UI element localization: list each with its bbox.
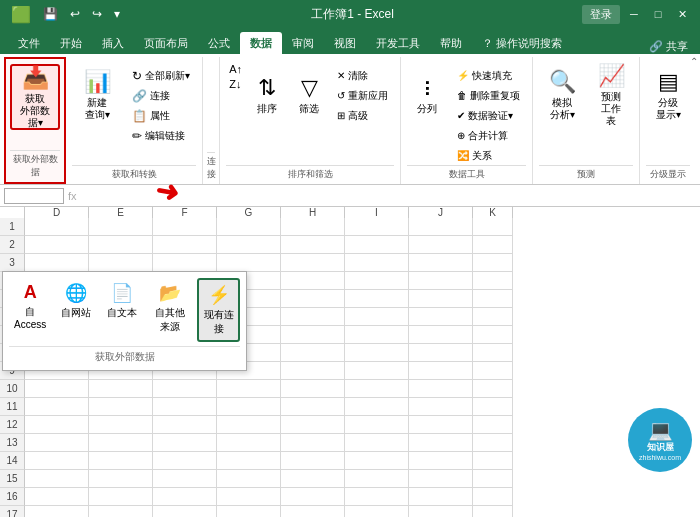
forecast-button[interactable]: 📈 预测工作表 [589, 62, 633, 128]
table-row: 13 [0, 434, 700, 452]
remove-dup-button[interactable]: 🗑删除重复项 [451, 86, 526, 105]
cell-1H[interactable] [281, 218, 345, 236]
ribbon-content: 📥 获取外部数据▾ 获取外部数据 📊 新建查询▾ ↻全部刷新▾ 🔗连接 📋属性 … [0, 54, 700, 185]
login-button[interactable]: 登录 [582, 5, 620, 24]
watermark-url: zhishiwu.com [639, 454, 681, 462]
flash-fill-icon: ⚡ [457, 70, 469, 81]
group-get-transform: 📊 新建查询▾ ↻全部刷新▾ 🔗连接 📋属性 ✏编辑链接 获取和转换 [66, 57, 203, 184]
group-data-tools-label: 数据工具 [407, 165, 526, 182]
refresh-all-button[interactable]: ↻全部刷新▾ [126, 66, 196, 85]
cell-1J[interactable] [409, 218, 473, 236]
tab-pagelayout[interactable]: 页面布局 [134, 32, 198, 54]
maximize-button[interactable]: □ [648, 4, 668, 24]
col-header-E[interactable]: E [89, 207, 153, 218]
row-num-2: 2 [0, 236, 25, 254]
minimize-button[interactable]: ─ [624, 4, 644, 24]
advanced-icon: ⊞ [337, 110, 345, 121]
col-header-K[interactable]: K [473, 207, 513, 218]
formula-bar: fx [0, 185, 700, 207]
close-button[interactable]: ✕ [672, 4, 692, 24]
tab-developer[interactable]: 开发工具 [366, 32, 430, 54]
whatif-icon: 🔍 [549, 69, 576, 95]
group-outline: ▤ 分级显示▾ 分级显示 [640, 57, 696, 184]
qat-redo[interactable]: ↪ [89, 5, 105, 23]
sort-icon: ⇅ [258, 75, 276, 101]
ribbon-collapse-button[interactable]: ⌃ [690, 56, 698, 67]
from-text-item[interactable]: 📄 自文本 [101, 278, 143, 324]
from-access-item[interactable]: A 自 Access [9, 278, 51, 334]
group-sort-filter: A↑ Z↓ ⇅ 排序 ▽ 筛选 ✕清除 ↺重新应用 ⊞高级 排序和筛选 [220, 57, 401, 184]
access-icon: A [24, 282, 37, 303]
edit-links-button[interactable]: ✏编辑链接 [126, 126, 196, 145]
get-external-data-button[interactable]: 📥 获取外部数据▾ [10, 64, 60, 130]
group-connections-spacer: 连接 [203, 57, 220, 184]
reapply-button[interactable]: ↺重新应用 [331, 86, 394, 105]
clear-button[interactable]: ✕清除 [331, 66, 394, 85]
existing-conn-item[interactable]: ⚡ 现有连接 [197, 278, 240, 342]
consolidate-button[interactable]: ⊕合并计算 [451, 126, 526, 145]
qat-more[interactable]: ▾ [111, 5, 123, 23]
name-box[interactable] [4, 188, 64, 204]
forecast-icon: 📈 [598, 63, 625, 89]
tab-help[interactable]: 帮助 [430, 32, 472, 54]
col-header-F[interactable]: F [153, 207, 217, 218]
col-header-J[interactable]: J [409, 207, 473, 218]
tab-data[interactable]: 数据 [240, 32, 282, 54]
split-col-button[interactable]: ⫶ 分列 [407, 62, 447, 128]
excel-icon: 🟩 [8, 3, 34, 26]
clear-icon: ✕ [337, 70, 345, 81]
consolidate-icon: ⊕ [457, 130, 465, 141]
cell-1F[interactable] [153, 218, 217, 236]
title-bar-left: 🟩 💾 ↩ ↪ ▾ [8, 3, 123, 26]
relationships-button[interactable]: 🔀关系 [451, 146, 526, 165]
dropdown-group-label: 获取外部数据 [9, 346, 240, 364]
new-query-button[interactable]: 📊 新建查询▾ [72, 62, 122, 128]
group-outline-label: 分级显示 [646, 165, 690, 182]
watermark-text: 知识屋 [647, 442, 674, 454]
cell-1K[interactable] [473, 218, 513, 236]
tab-formulas[interactable]: 公式 [198, 32, 240, 54]
table-row: 2 [0, 236, 700, 254]
advanced-button[interactable]: ⊞高级 [331, 106, 394, 125]
from-web-item[interactable]: 🌐 自网站 [55, 278, 97, 324]
tab-view[interactable]: 视图 [324, 32, 366, 54]
other-source-icon: 📂 [159, 282, 181, 304]
whatif-button[interactable]: 🔍 模拟分析▾ [539, 62, 585, 128]
tab-home[interactable]: 开始 [50, 32, 92, 54]
table-row: 3 [0, 254, 700, 272]
table-row: 12 [0, 416, 700, 434]
window-title: 工作簿1 - Excel [123, 6, 582, 23]
validate-button[interactable]: ✔数据验证▾ [451, 106, 526, 125]
group-forecast: 🔍 模拟分析▾ 📈 预测工作表 预测 [533, 57, 640, 184]
formula-input[interactable] [81, 190, 696, 202]
cell-1E[interactable] [89, 218, 153, 236]
qat-save[interactable]: 💾 [40, 5, 61, 23]
from-other-item[interactable]: 📂 自其他来源 [147, 278, 193, 338]
share-button[interactable]: 🔗 共享 [649, 39, 688, 54]
col-header-H[interactable]: H [281, 207, 345, 218]
tab-file[interactable]: 文件 [8, 32, 50, 54]
tab-review[interactable]: 审阅 [282, 32, 324, 54]
group-get-external-label: 获取外部数据 [10, 150, 60, 180]
col-header-I[interactable]: I [345, 207, 409, 218]
text-file-icon: 📄 [111, 282, 133, 304]
filter-button[interactable]: ▽ 筛选 [289, 62, 329, 128]
sort-desc-button[interactable]: Z↓ [226, 77, 245, 91]
tab-insert[interactable]: 插入 [92, 32, 134, 54]
outline-button[interactable]: ▤ 分级显示▾ [646, 62, 690, 128]
refresh-icon: ↻ [132, 69, 142, 83]
connections-button[interactable]: 🔗连接 [126, 86, 196, 105]
qat-undo[interactable]: ↩ [67, 5, 83, 23]
tab-search[interactable]: ？ 操作说明搜索 [472, 32, 572, 54]
remove-dup-icon: 🗑 [457, 90, 467, 101]
col-header-G[interactable]: G [217, 207, 281, 218]
flash-fill-button[interactable]: ⚡快速填充 [451, 66, 526, 85]
cell-1I[interactable] [345, 218, 409, 236]
sort-button[interactable]: ⇅ 排序 [247, 62, 287, 128]
cell-1D[interactable] [25, 218, 89, 236]
col-header-D[interactable]: D [25, 207, 89, 218]
group-sort-filter-label: 排序和筛选 [226, 165, 394, 182]
sort-asc-button[interactable]: A↑ [226, 62, 245, 76]
cell-1G[interactable] [217, 218, 281, 236]
properties-button[interactable]: 📋属性 [126, 106, 196, 125]
